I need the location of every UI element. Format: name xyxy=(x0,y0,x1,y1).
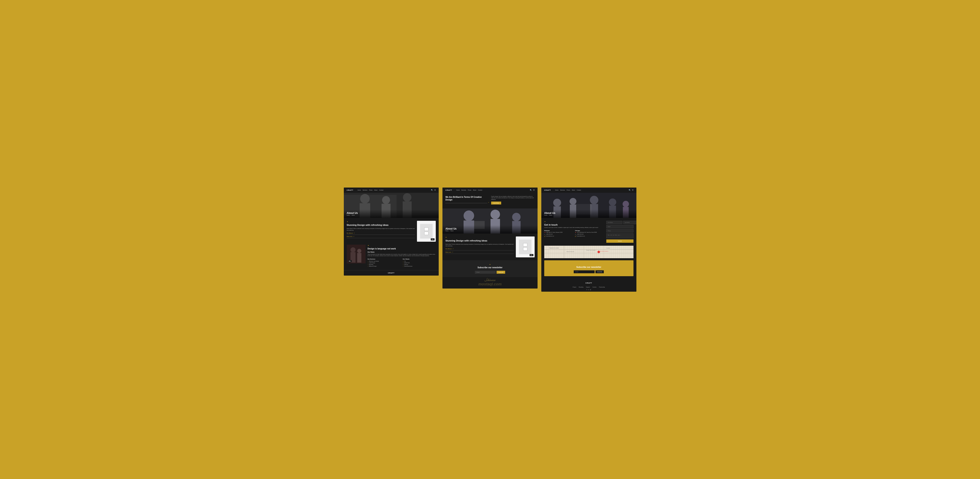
footer-1: CRAFT xyxy=(344,270,439,275)
nav-contact-1[interactable]: Contact xyxy=(379,189,383,191)
search-icon-2[interactable]: 🔍 xyxy=(530,189,532,191)
design-image-1: 15+ xyxy=(417,221,436,242)
nav-contact-2[interactable]: Contact xyxy=(478,189,482,191)
nav-about-2[interactable]: About xyxy=(473,189,476,191)
facebook-icon[interactable]: f xyxy=(587,289,587,290)
link-mix-2[interactable]: Mix different xyxy=(445,248,452,250)
twitter-icon[interactable]: t xyxy=(588,289,589,290)
nav-services-3[interactable]: Services xyxy=(560,189,565,191)
frame-2 xyxy=(424,232,428,235)
nav-services-1[interactable]: Services xyxy=(363,189,368,191)
nav-about-1[interactable]: About xyxy=(374,189,377,191)
subscribe-form-2: Subscribe xyxy=(445,271,535,274)
email-input-3[interactable] xyxy=(574,271,595,273)
hero-2: About Us Home / Room xyxy=(442,208,538,234)
svg-text:Costafield: Costafield xyxy=(606,248,610,248)
nav-1: CRAFT Home Services Prices About Contact… xyxy=(344,188,439,193)
message-field[interactable] xyxy=(606,233,633,238)
link-icons-2[interactable]: Make icons xyxy=(445,251,451,253)
nav-home-2[interactable]: Home xyxy=(456,189,460,191)
check-1: ✓ xyxy=(368,261,369,262)
subscribe-btn-2[interactable]: Subscribe xyxy=(496,271,505,274)
nav-contact-3[interactable]: Contact xyxy=(577,189,581,191)
contact-right: Submit xyxy=(606,221,633,243)
breadcrumb-room-3: Room xyxy=(549,215,552,216)
city-delaware: Delaware xyxy=(544,230,573,231)
chicago-address: 📍 2972 Westheimer Rd. Santa Ana, Illinoi… xyxy=(575,232,604,233)
subscribe-btn-3[interactable]: Subscribe xyxy=(595,271,604,273)
hero-breadcrumb-1: Home / Room xyxy=(347,215,436,216)
services-clients-1: Our Services ✓Business card design ✓Labe… xyxy=(368,258,436,267)
link-icons-1[interactable]: Make icons xyxy=(347,236,353,237)
design-section-2: ✦ Stunning Design with refreshing ideas … xyxy=(442,234,538,260)
check-8: ✓ xyxy=(403,266,404,267)
brand-1: CRAFT xyxy=(347,189,353,191)
nav-home-1[interactable]: Home xyxy=(358,189,361,191)
nav-prices-2[interactable]: Prices xyxy=(468,189,471,191)
subscribe-heading-2: Subscribe our newsletter xyxy=(445,266,535,269)
brilliant-right: Graphic design, like any discipline, adh… xyxy=(491,196,535,205)
brilliant-divider: " xyxy=(445,202,489,204)
footer-links-3: CRAFT Project Branding Support Careers P… xyxy=(541,278,636,292)
search-icon-1[interactable]: 🔍 xyxy=(431,189,433,191)
phone-field[interactable] xyxy=(606,229,633,232)
hero-1: About Us Home / Room xyxy=(344,193,439,218)
lang-heading-1: Design is language not work xyxy=(368,247,436,250)
design-right-1: 15+ xyxy=(417,221,436,242)
footer-social: f t in xyxy=(544,289,633,290)
lang-counter-1: 10+ xyxy=(348,260,352,262)
watermark: مستقلmostaql.com xyxy=(442,276,538,288)
footer-branding[interactable]: Branding xyxy=(579,286,583,288)
link-mix-1[interactable]: Mix different xyxy=(347,232,353,234)
subscribe-2: ✦ Subscribe our newsletter Subscribe xyxy=(442,260,538,277)
nav-prices-3[interactable]: Prices xyxy=(566,189,570,191)
rules-title-1: Our Rules xyxy=(368,251,436,253)
svg-text:Just Vehicle Solutions: Just Vehicle Solutions xyxy=(600,250,608,251)
footer-support[interactable]: Support xyxy=(586,286,590,288)
nav-about-3[interactable]: About xyxy=(572,189,575,191)
hero-3: About Us Home / Room xyxy=(541,193,636,218)
client-item-1: ✓Fox xyxy=(403,261,436,262)
map: Turnbull & Co Limited Baking St Daily De… xyxy=(544,246,633,258)
menu-icon-3[interactable]: ☰ xyxy=(632,189,633,191)
menu-icon-1[interactable]: ☰ xyxy=(434,189,436,191)
link-row-1: Mix different ↗ xyxy=(347,232,415,235)
design-section-1: ✦ Stunning Design with refreshing ideas … xyxy=(344,218,439,245)
footer-careers[interactable]: Careers xyxy=(592,286,597,288)
breadcrumb-sep-3: / xyxy=(548,215,549,216)
brilliant-text: Graphic design, like any discipline, adh… xyxy=(491,196,535,201)
learn-more-btn[interactable]: Learn More xyxy=(491,202,501,204)
design-inner-1 xyxy=(420,224,433,239)
counter-2: 15+ xyxy=(530,254,533,256)
nav-prices-1[interactable]: Prices xyxy=(369,189,373,191)
hero-breadcrumb-3: Home / Room xyxy=(544,215,633,216)
nav-links-1: Home Services Prices About Contact xyxy=(358,189,429,191)
contact-star: ✦ xyxy=(544,221,604,223)
nav-services-2[interactable]: Services xyxy=(461,189,466,191)
chicago-phone: 📞 (406) 555-0120 xyxy=(575,234,604,235)
submit-btn[interactable]: Submit xyxy=(606,239,633,243)
nav-home-3[interactable]: Home xyxy=(555,189,558,191)
footer-partnership[interactable]: Partnership xyxy=(599,286,605,288)
first-name-input[interactable] xyxy=(606,221,622,224)
rules-text-1: These principles are often talked about … xyxy=(368,254,436,257)
menu-icon-2[interactable]: ☰ xyxy=(533,189,535,191)
footer-project[interactable]: Project xyxy=(573,286,576,288)
search-icon-3[interactable]: 🔍 xyxy=(629,189,631,191)
nav-links-3: Home Services Prices About Contact xyxy=(555,189,627,191)
delaware-email-text: Custom@clam.com xyxy=(546,236,554,237)
arrow-3: ↗ xyxy=(452,248,453,250)
svg-point-21 xyxy=(512,213,520,221)
phone-icon-2: 📞 xyxy=(575,234,576,235)
email-input-2[interactable] xyxy=(475,271,496,274)
check-6: ✓ xyxy=(403,262,404,263)
locations: Delaware 📍 3381 Elgin St. Celina, Delawa… xyxy=(544,230,604,237)
design-right-2: 15+ xyxy=(516,237,535,257)
email-field[interactable] xyxy=(606,225,633,228)
instagram-icon[interactable]: in xyxy=(590,289,591,290)
last-name-input[interactable] xyxy=(623,221,636,224)
hero-title-3: About Us xyxy=(544,212,633,215)
service-item-4: ✓Billboard Design xyxy=(368,266,401,267)
star-1: ✦ xyxy=(347,221,415,223)
service-item-1: ✓Business card design xyxy=(368,261,401,262)
